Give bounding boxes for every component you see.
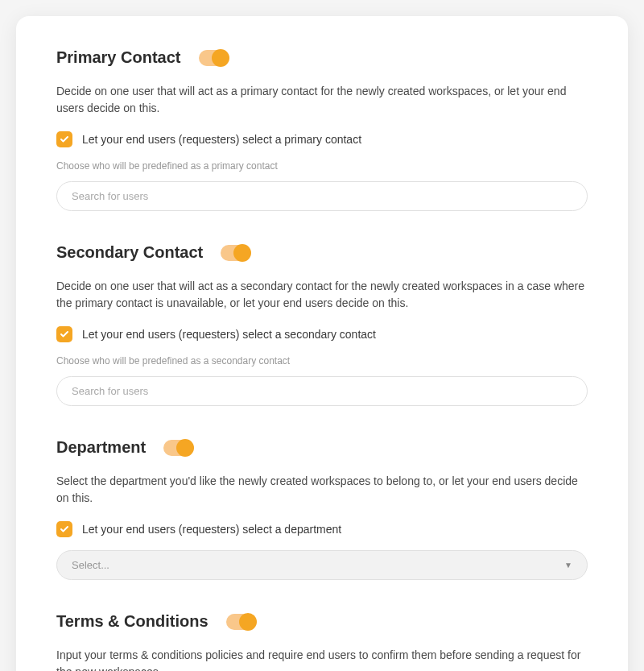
primary-contact-search-input[interactable] (56, 181, 588, 211)
department-checkbox-label: Let your end users (requesters) select a… (82, 523, 341, 536)
secondary-contact-title: Secondary Contact (56, 243, 203, 262)
chevron-down-icon: ▼ (564, 561, 572, 570)
department-title: Department (56, 438, 146, 457)
terms-section: Terms & Conditions Input your terms & co… (56, 612, 588, 671)
toggle-knob-icon (239, 613, 257, 631)
checkmark-icon (60, 524, 69, 534)
toggle-knob-icon (176, 439, 194, 457)
primary-contact-checkbox-label: Let your end users (requesters) select a… (82, 133, 361, 146)
terms-header: Terms & Conditions (56, 612, 588, 631)
terms-description: Input your terms & conditions policies a… (56, 647, 588, 671)
department-header: Department (56, 438, 588, 457)
secondary-contact-checkbox[interactable] (56, 326, 72, 342)
secondary-contact-helper: Choose who will be predefined as a secon… (56, 355, 588, 367)
terms-title: Terms & Conditions (56, 612, 208, 631)
checkmark-icon (60, 135, 69, 144)
department-description: Select the department you'd like the new… (56, 473, 588, 507)
primary-contact-toggle[interactable] (199, 50, 228, 66)
primary-contact-checkbox-row: Let your end users (requesters) select a… (56, 131, 588, 147)
toggle-knob-icon (212, 49, 229, 67)
checkmark-icon (60, 329, 69, 339)
primary-contact-helper: Choose who will be predefined as a prima… (56, 160, 588, 172)
primary-contact-section: Primary Contact Decide on one user that … (56, 48, 588, 211)
secondary-contact-header: Secondary Contact (56, 243, 588, 262)
department-section: Department Select the department you'd l… (56, 438, 588, 580)
department-select[interactable]: Select... ▼ (56, 550, 588, 580)
secondary-contact-section: Secondary Contact Decide on one user tha… (56, 243, 588, 406)
department-select-wrapper: Select... ▼ (56, 550, 588, 580)
department-select-placeholder: Select... (72, 559, 109, 571)
secondary-contact-checkbox-row: Let your end users (requesters) select a… (56, 326, 588, 342)
secondary-contact-description: Decide on one user that will act as a se… (56, 278, 588, 312)
secondary-contact-checkbox-label: Let your end users (requesters) select a… (82, 328, 376, 341)
secondary-contact-toggle[interactable] (221, 245, 250, 261)
primary-contact-header: Primary Contact (56, 48, 588, 67)
department-toggle[interactable] (163, 440, 192, 456)
primary-contact-checkbox[interactable] (56, 131, 72, 147)
settings-card: Primary Contact Decide on one user that … (16, 16, 628, 671)
department-checkbox[interactable] (56, 521, 72, 537)
primary-contact-title: Primary Contact (56, 48, 181, 67)
primary-contact-description: Decide on one user that will act as a pr… (56, 83, 588, 117)
secondary-contact-search-input[interactable] (56, 376, 588, 406)
toggle-knob-icon (233, 244, 251, 262)
department-checkbox-row: Let your end users (requesters) select a… (56, 521, 588, 537)
terms-toggle[interactable] (226, 614, 255, 630)
